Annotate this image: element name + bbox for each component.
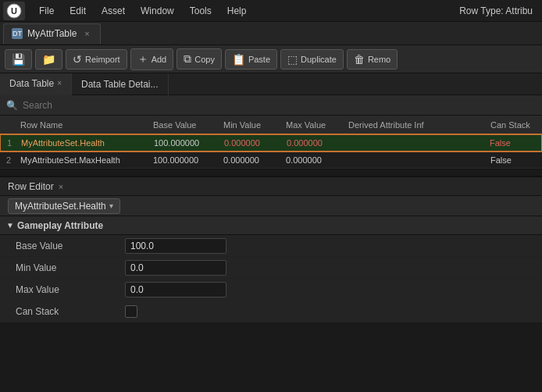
row-num: 1 xyxy=(1,138,18,148)
col-header-derived: Derived Attribute Inf xyxy=(345,120,487,130)
table-header: Row Name Base Value Min Value Max Value … xyxy=(0,116,542,134)
panel-tabs: Data Table × Data Table Detai... xyxy=(0,73,542,95)
data-table-detail-tab-label: Data Table Detai... xyxy=(81,79,159,90)
row-max: 0.000000 xyxy=(283,155,345,165)
row-type-label: Row Type: Attribu xyxy=(459,5,539,16)
copy-label: Copy xyxy=(194,55,215,64)
collapse-arrow-icon: ▼ xyxy=(6,221,14,230)
table-row[interactable]: 1 MyAttributeSet.Health 100.000000 0.000… xyxy=(0,134,542,151)
browse-icon: 📁 xyxy=(42,53,55,66)
menu-asset[interactable]: Asset xyxy=(94,2,133,20)
row-selector-dropdown[interactable]: MyAttributeSet.Health ▾ xyxy=(8,198,120,214)
myattrtable-tab[interactable]: DT MyAttrTable × xyxy=(3,23,101,44)
add-icon: ＋ xyxy=(137,52,148,66)
dropdown-value: MyAttributeSet.Health xyxy=(15,201,106,212)
gameplay-attribute-section[interactable]: ▼ Gameplay Attribute xyxy=(0,216,542,235)
duplicate-icon: ⬚ xyxy=(287,53,298,66)
row-stack: False xyxy=(487,138,541,148)
can-stack-row: Can Stack xyxy=(0,301,542,323)
divider xyxy=(0,169,542,176)
max-value-input[interactable]: 0.0 xyxy=(125,282,226,298)
data-table-detail-tab[interactable]: Data Table Detai... xyxy=(72,73,169,95)
tab-label: MyAttrTable xyxy=(27,28,77,39)
row-stack: False xyxy=(487,155,542,165)
max-value-row: Max Value 0.0 xyxy=(0,279,542,301)
base-value-row: Base Value 100.0 xyxy=(0,235,542,257)
data-table-tab[interactable]: Data Table × xyxy=(0,73,72,95)
paste-icon: 📋 xyxy=(232,53,245,66)
menu-help[interactable]: Help xyxy=(219,2,255,20)
menu-file[interactable]: File xyxy=(31,2,62,20)
duplicate-label: Duplicate xyxy=(301,55,337,64)
paste-button[interactable]: 📋 Paste xyxy=(225,49,277,69)
tab-dt-icon: DT xyxy=(12,28,23,39)
remove-button[interactable]: 🗑 Remo xyxy=(347,49,398,69)
save-icon: 💾 xyxy=(12,53,25,66)
copy-icon: ⧉ xyxy=(184,52,191,66)
reimport-button[interactable]: ↺ Reimport xyxy=(66,49,127,69)
col-header-base: Base Value xyxy=(150,120,220,130)
data-table-tab-close[interactable]: × xyxy=(57,79,62,87)
menu-edit[interactable]: Edit xyxy=(62,2,94,20)
col-header-stack: Can Stack xyxy=(487,120,542,130)
reimport-label: Reimport xyxy=(85,55,120,64)
col-header-name: Row Name xyxy=(17,120,150,130)
paste-label: Paste xyxy=(248,55,270,64)
data-table: Row Name Base Value Min Value Max Value … xyxy=(0,116,542,169)
svg-text:U: U xyxy=(11,6,17,16)
reimport-icon: ↺ xyxy=(73,53,82,66)
row-editor-header: Row Editor × xyxy=(0,176,542,196)
row-base: 100.000000 xyxy=(151,138,221,148)
can-stack-label: Can Stack xyxy=(0,306,125,317)
max-value-label: Max Value xyxy=(0,284,125,295)
row-name: MyAttributeSet.MaxHealth xyxy=(17,155,150,165)
menu-bar: U File Edit Asset Window Tools Help Row … xyxy=(0,0,542,22)
row-min: 0.000000 xyxy=(221,138,283,148)
row-base: 100.000000 xyxy=(150,155,220,165)
base-value-label: Base Value xyxy=(0,241,125,251)
row-min: 0.000000 xyxy=(220,155,283,165)
search-input[interactable] xyxy=(23,100,536,111)
row-num: 2 xyxy=(0,155,17,165)
remove-label: Remo xyxy=(368,55,390,64)
data-table-tab-label: Data Table xyxy=(9,78,54,89)
section-title: Gameplay Attribute xyxy=(17,220,103,231)
copy-button[interactable]: ⧉ Copy xyxy=(177,48,222,69)
menu-window[interactable]: Window xyxy=(133,2,182,20)
min-value-input[interactable]: 0.0 xyxy=(125,260,226,276)
col-header-max: Max Value xyxy=(283,120,345,130)
duplicate-button[interactable]: ⬚ Duplicate xyxy=(280,49,344,69)
table-row[interactable]: 2 MyAttributeSet.MaxHealth 100.000000 0.… xyxy=(0,151,542,169)
base-value-input[interactable]: 100.0 xyxy=(125,238,226,254)
row-name: MyAttributeSet.Health xyxy=(18,138,151,148)
tab-bar: DT MyAttrTable × xyxy=(0,22,542,45)
browse-button[interactable]: 📁 xyxy=(35,49,62,69)
chevron-down-icon: ▾ xyxy=(109,201,113,210)
search-bar: 🔍 xyxy=(0,95,542,116)
remove-icon: 🗑 xyxy=(354,53,365,66)
row-editor-dropdown: MyAttributeSet.Health ▾ xyxy=(0,196,542,216)
add-button[interactable]: ＋ Add xyxy=(130,48,174,70)
row-max: 0.000000 xyxy=(283,138,346,148)
search-icon: 🔍 xyxy=(6,100,18,111)
min-value-label: Min Value xyxy=(0,262,125,273)
menu-tools[interactable]: Tools xyxy=(182,2,219,20)
col-header-min: Min Value xyxy=(220,120,283,130)
min-value-row: Min Value 0.0 xyxy=(0,257,542,279)
ue-logo: U xyxy=(3,2,25,20)
tab-close-button[interactable]: × xyxy=(81,28,92,39)
can-stack-checkbox[interactable] xyxy=(125,305,137,318)
add-label: Add xyxy=(152,55,167,64)
toolbar: 💾 📁 ↺ Reimport ＋ Add ⧉ Copy 📋 Paste ⬚ Du… xyxy=(0,45,542,73)
row-editor-title: Row Editor xyxy=(8,181,54,192)
row-editor-close-button[interactable]: × xyxy=(59,182,63,191)
menu-items: File Edit Asset Window Tools Help xyxy=(31,2,254,20)
save-button[interactable]: 💾 xyxy=(5,49,32,69)
